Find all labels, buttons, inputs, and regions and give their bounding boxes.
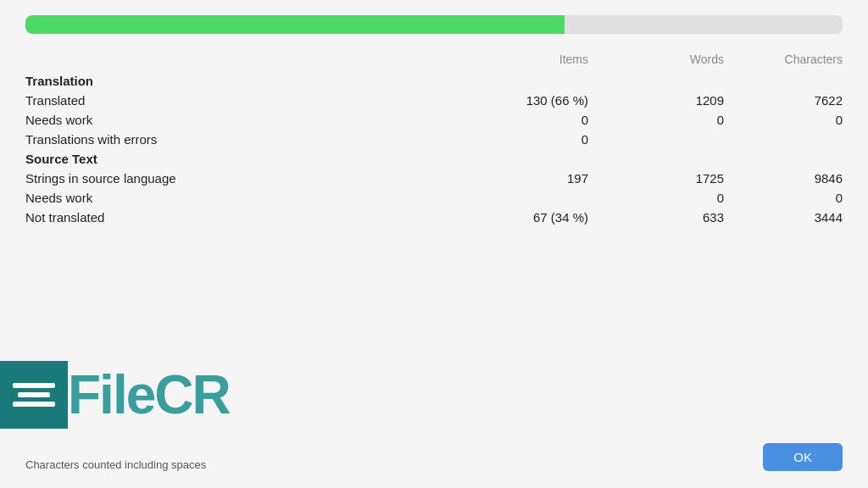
col-header-words: Words: [588, 53, 724, 71]
progress-bar-fill: [25, 15, 565, 34]
row-chars: 9846: [724, 169, 843, 188]
footer: Characters counted including spaces OK: [25, 435, 843, 471]
translation-heading: Translation: [25, 71, 843, 91]
row-chars: 7622: [724, 91, 843, 110]
col-header-label: [25, 53, 453, 71]
row-label: Not translated: [25, 208, 453, 227]
row-words: [588, 130, 724, 149]
table-row: Not translated 67 (34 %) 633 3444: [25, 208, 843, 227]
row-words: 633: [588, 208, 724, 227]
row-chars: [724, 130, 843, 149]
row-words: 1725: [588, 169, 724, 188]
row-items: 0: [453, 130, 588, 149]
row-chars: 0: [724, 188, 843, 208]
table-row: Needs work 0 0 0: [25, 110, 843, 130]
row-words: 0: [588, 110, 724, 130]
table-row: Translations with errors 0: [25, 130, 843, 149]
ok-button[interactable]: OK: [763, 443, 843, 471]
col-header-items: Items: [453, 53, 588, 71]
row-items: 130 (66 %): [453, 91, 588, 110]
progress-bar-container: [25, 15, 843, 34]
row-words: 0: [588, 188, 724, 208]
row-chars: 3444: [724, 208, 843, 227]
row-label: Needs work: [25, 188, 453, 208]
row-words: 1209: [588, 91, 724, 110]
row-label: Needs work: [25, 110, 453, 130]
row-items: 0: [453, 110, 588, 130]
row-label: Translated: [25, 91, 453, 110]
row-label: Strings in source language: [25, 169, 453, 188]
row-items: 67 (34 %): [453, 208, 588, 227]
row-items: 197: [453, 169, 588, 188]
source-text-heading: Source Text: [25, 149, 843, 169]
footer-note: Characters counted including spaces: [25, 458, 206, 471]
translation-section-header: Translation: [25, 71, 843, 91]
table-row: Strings in source language 197 1725 9846: [25, 169, 843, 188]
dialog-container: Items Words Characters Translation Trans…: [0, 0, 868, 488]
col-header-characters: Characters: [724, 53, 843, 71]
stats-table: Items Words Characters Translation Trans…: [25, 53, 843, 227]
row-chars: 0: [724, 110, 843, 130]
row-items: [453, 188, 588, 208]
table-row: Needs work 0 0: [25, 188, 843, 208]
source-text-section-header: Source Text: [25, 149, 843, 169]
table-row: Translated 130 (66 %) 1209 7622: [25, 91, 843, 110]
row-label: Translations with errors: [25, 130, 453, 149]
